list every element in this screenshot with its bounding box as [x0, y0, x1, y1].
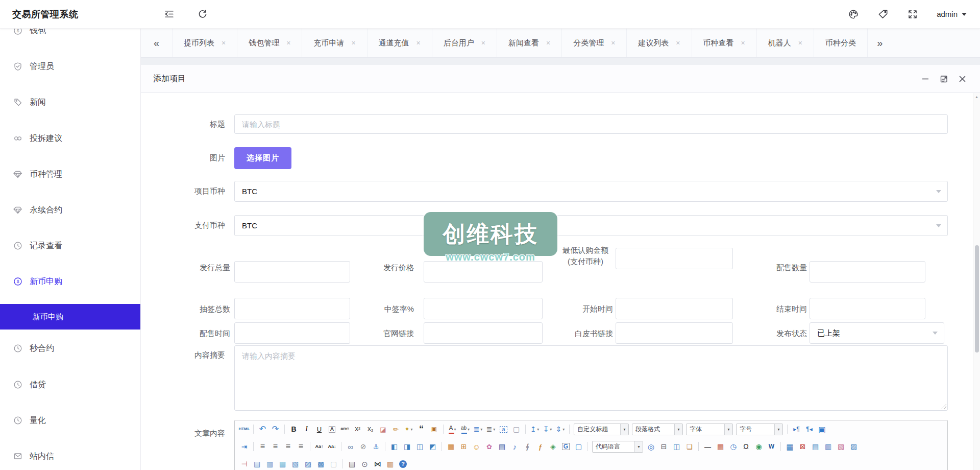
tab-币种分类[interactable]: 币种分类	[814, 29, 868, 57]
sidebar-item-借贷[interactable]: 借贷	[0, 378, 141, 391]
insert-date-icon[interactable]: ▦	[715, 440, 726, 453]
unlink-icon[interactable]: ⊘	[357, 440, 369, 453]
tab-通道充值[interactable]: 通道充值×	[368, 29, 432, 57]
paste-icon[interactable]: ▥	[384, 458, 396, 470]
margin-top-icon[interactable]: ↥▾	[529, 423, 541, 435]
win-rate-input[interactable]	[424, 298, 543, 319]
cell-props-icon[interactable]: ▥	[822, 440, 834, 453]
eraser-icon[interactable]: ◪	[377, 423, 389, 435]
split-cell-rows-icon[interactable]: ▨	[302, 458, 314, 470]
tab-后台用户[interactable]: 后台用户×	[432, 29, 497, 57]
start-time-input[interactable]	[616, 298, 733, 319]
title-input[interactable]	[234, 114, 948, 134]
summary-textarea[interactable]	[234, 345, 948, 411]
sidebar-item-币种管理[interactable]: 币种管理	[0, 168, 141, 181]
whitepaper-input[interactable]	[616, 322, 733, 344]
background-color-icon[interactable]: ab▾	[459, 423, 471, 435]
delete-row-icon[interactable]: ▦	[277, 458, 288, 470]
blockquote-icon[interactable]: “	[415, 423, 427, 435]
insert-image-icon[interactable]: ▦	[445, 440, 457, 453]
font-size-select[interactable]: 字号▾	[736, 424, 783, 435]
sidebar-item-新币申购[interactable]: $新币申购	[0, 275, 141, 288]
sidebar-item-记录查看[interactable]: 记录查看	[0, 239, 141, 252]
format-brush-icon[interactable]: ✏	[390, 423, 402, 435]
strikethrough-icon[interactable]: ABC	[339, 423, 351, 435]
insert-table-icon[interactable]: ▦	[784, 440, 796, 453]
delete-col-icon[interactable]: ⊣	[238, 458, 250, 470]
preview-icon[interactable]: ⊙	[359, 458, 371, 470]
margin-bottom-icon[interactable]: ↧▾	[542, 423, 553, 435]
rtl-paragraph-icon[interactable]: ¶◂	[803, 423, 815, 435]
tab-close-icon[interactable]: ×	[546, 39, 550, 46]
font-style-icon[interactable]: A	[326, 423, 338, 435]
page-break-icon[interactable]: ▢	[573, 440, 584, 453]
fullscreen-editor-icon[interactable]: ▣	[816, 423, 828, 435]
merge-cells-icon[interactable]: ▧	[289, 458, 301, 470]
help-icon[interactable]: ?	[397, 458, 409, 470]
sidebar-subitem-新币申购[interactable]: 新币申购	[0, 304, 141, 330]
tab-币种查看[interactable]: 币种查看×	[692, 29, 757, 57]
tab-close-icon[interactable]: ×	[286, 39, 290, 46]
tab-机器人[interactable]: 机器人×	[757, 29, 814, 57]
split-layout-icon[interactable]: ◫	[671, 440, 682, 453]
insert-row-below-icon[interactable]: ▥	[264, 458, 276, 470]
sidebar-item-管理员[interactable]: 管理员	[0, 60, 141, 73]
insert-link-icon[interactable]: ∞	[345, 440, 356, 453]
sidebar-item-钱包[interactable]: $钱包	[0, 29, 141, 37]
choose-image-button[interactable]: 选择图片	[234, 147, 291, 169]
project-coin-select[interactable]: BTC	[234, 181, 948, 202]
google-map-icon[interactable]: G	[560, 440, 572, 453]
ordered-list-icon[interactable]: ≣▾	[472, 423, 484, 435]
bold-icon[interactable]: B	[288, 423, 300, 435]
sidebar-item-量化[interactable]: 量化	[0, 414, 141, 427]
image-center-icon[interactable]: ◫	[414, 440, 426, 453]
sidebar-item-投拆建议[interactable]: 投拆建议	[0, 132, 141, 145]
pay-coin-select[interactable]: BTC	[234, 215, 948, 236]
print-icon[interactable]: ▤	[346, 458, 358, 470]
tab-close-icon[interactable]: ×	[222, 39, 226, 46]
theme-palette-icon[interactable]	[848, 9, 859, 20]
table-extra-icon[interactable]: ▢	[328, 458, 339, 470]
anchor-icon[interactable]: ⚓	[370, 440, 382, 453]
tabs-scroll-right-icon[interactable]: »	[868, 29, 892, 57]
font-family-select[interactable]: 字体▾	[686, 424, 733, 435]
website-input[interactable]	[424, 322, 543, 344]
font-size-up-icon[interactable]: Aa↑	[313, 440, 325, 453]
tabs-scroll-left-icon[interactable]: «	[141, 29, 173, 57]
italic-icon[interactable]: I	[301, 423, 312, 435]
align-left-icon[interactable]: ≡	[257, 440, 268, 453]
flash-icon[interactable]: ƒ	[534, 440, 546, 453]
issue-total-input[interactable]	[234, 261, 350, 283]
redo-icon[interactable]: ↷	[270, 423, 281, 435]
maximize-icon[interactable]	[939, 74, 948, 83]
horizontal-rule-icon[interactable]: —	[702, 440, 714, 453]
unordered-list-icon[interactable]: ≣▾	[485, 423, 497, 435]
auto-clean-icon[interactable]: ✦▾	[403, 423, 414, 435]
image-left-icon[interactable]: ◧	[388, 440, 400, 453]
tab-close-icon[interactable]: ×	[741, 39, 745, 46]
refresh-icon[interactable]	[197, 9, 208, 20]
attachment-icon[interactable]: ∮	[522, 440, 533, 453]
auto-typeset-icon[interactable]: a	[498, 423, 509, 435]
superscript-icon[interactable]: X²	[352, 423, 363, 435]
special-char-icon[interactable]: Ω	[740, 440, 752, 453]
paste-as-text-icon[interactable]: ▣	[428, 423, 440, 435]
tab-close-icon[interactable]: ×	[416, 39, 421, 46]
align-right-icon[interactable]: ≡	[282, 440, 294, 453]
tab-分类管理[interactable]: 分类管理×	[562, 29, 627, 57]
underline-icon[interactable]: U	[313, 423, 325, 435]
insert-music-icon[interactable]: ♪	[509, 440, 521, 453]
tab-close-icon[interactable]: ×	[798, 39, 802, 46]
blank-doc-icon[interactable]: ▢	[510, 423, 522, 435]
code-language-select[interactable]: 代码语言▾	[592, 441, 643, 453]
sidebar-collapse-icon[interactable]	[163, 9, 175, 20]
insert-time-icon[interactable]: ◷	[727, 440, 739, 453]
subscript-icon[interactable]: X₂	[364, 423, 376, 435]
image-inline-icon[interactable]: ◨	[401, 440, 413, 453]
scrollbar-thumb[interactable]	[975, 245, 979, 353]
insert-code-icon[interactable]: ◎	[645, 440, 657, 453]
insert-row-above-icon[interactable]: ▤	[251, 458, 263, 470]
end-time-input[interactable]	[810, 298, 925, 319]
multi-image-icon[interactable]: ⊞	[458, 440, 470, 453]
image-right-icon[interactable]: ◩	[427, 440, 438, 453]
